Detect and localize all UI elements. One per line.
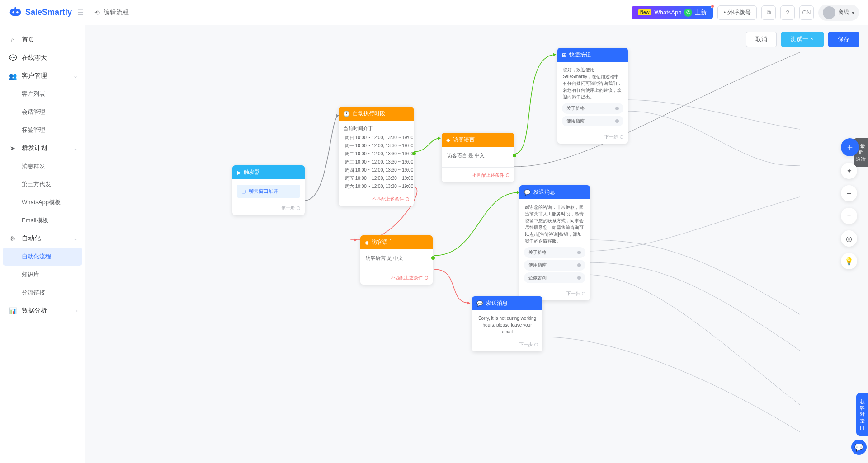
node-header: ⊞快捷按钮 xyxy=(557,48,628,62)
chevron-down-icon: ⌄ xyxy=(73,235,78,242)
output-port[interactable] xyxy=(620,135,623,139)
message-icon: 💬 xyxy=(476,300,483,307)
whatsapp-banner[interactable]: New WhatsApp ✆ 上新 xyxy=(632,6,713,19)
svg-point-1 xyxy=(12,11,14,13)
brand-logo-text: SaleSmartly xyxy=(25,8,72,17)
play-icon: ▶ xyxy=(237,169,241,176)
chat-icon: 💬 xyxy=(9,54,16,61)
help-icon[interactable]: ? xyxy=(780,5,795,20)
svg-point-2 xyxy=(16,11,18,13)
user-status[interactable]: 离线 ▾ xyxy=(818,5,859,21)
device-icon[interactable]: ⧉ xyxy=(761,5,776,20)
output-port[interactable] xyxy=(534,343,538,346)
send-icon: ➤ xyxy=(9,145,16,152)
sidebar-item-session-mgmt[interactable]: 会话管理 xyxy=(0,103,85,121)
idea-button[interactable]: 💡 xyxy=(841,253,857,269)
grid-icon: ⊞ xyxy=(562,52,566,58)
no-match-port[interactable] xyxy=(506,173,509,177)
no-match-port[interactable] xyxy=(425,276,428,280)
sidebar-item-route-link[interactable]: 分流链接 xyxy=(0,284,85,302)
node-header: 💬发送消息 xyxy=(519,185,590,199)
flow-canvas[interactable]: 取消 测试一下 保存 ▶触发器 ▢聊天窗口展开 第一步 🕐自动执行时段 当前时间… xyxy=(85,25,868,463)
message-icon: 💬 xyxy=(524,189,531,196)
tag-icon: ◆ xyxy=(446,137,450,143)
magic-wand-button[interactable]: ✦ xyxy=(841,163,857,179)
clock-icon: 🕐 xyxy=(343,111,350,117)
svg-rect-3 xyxy=(14,7,16,9)
option-wecom[interactable]: 企微咨询 xyxy=(524,272,585,283)
sidebar-item-chat[interactable]: 💬在线聊天 xyxy=(0,49,85,67)
option-guide[interactable]: 使用指南 xyxy=(562,116,623,126)
sidebar-item-data-analysis[interactable]: 📊数据分析› xyxy=(0,302,85,320)
node-header: ◆访客语言 xyxy=(360,235,433,249)
option-guide[interactable]: 使用指南 xyxy=(524,260,585,271)
output-port[interactable] xyxy=(582,292,585,295)
chevron-down-icon: ⌄ xyxy=(73,145,78,151)
outbound-dial-button[interactable]: • 外呼拨号 xyxy=(717,5,757,20)
notification-dot xyxy=(711,5,714,8)
no-match-port[interactable] xyxy=(406,197,409,201)
add-node-button[interactable]: ＋ xyxy=(841,138,859,156)
match-port[interactable] xyxy=(412,152,416,155)
new-tag: New xyxy=(638,9,652,15)
tag-icon: ◆ xyxy=(365,239,369,246)
save-button[interactable]: 保存 xyxy=(828,32,859,47)
node-visitor-lang-2[interactable]: ◆访客语言 访客语言 是 中文 不匹配上述条件 xyxy=(360,235,433,285)
language-toggle[interactable]: CN xyxy=(799,5,814,20)
svg-rect-0 xyxy=(10,9,21,16)
sidebar-item-whatsapp-template[interactable]: WhatsApp模板 xyxy=(0,193,85,211)
match-port[interactable] xyxy=(431,256,435,260)
node-header: 🕐自动执行时段 xyxy=(339,107,414,121)
brand-logo-icon xyxy=(9,6,22,19)
sidebar-item-third-party[interactable]: 第三方代发 xyxy=(0,175,85,193)
connectors xyxy=(85,25,868,463)
sidebar-item-customer-list[interactable]: 客户列表 xyxy=(0,85,85,103)
chevron-right-icon: › xyxy=(76,308,78,314)
cancel-button[interactable]: 取消 xyxy=(746,32,777,47)
node-send-message-1[interactable]: 💬发送消息 感谢您的咨询，非常抱歉，因当前为非人工服务时段，恳请您留下您的联系方… xyxy=(519,185,590,300)
chevron-down-icon: ⌄ xyxy=(73,73,78,79)
sidebar-collapse-icon[interactable]: ☰ xyxy=(77,8,84,17)
option-price[interactable]: 关于价格 xyxy=(562,103,623,114)
sidebar-item-msg-broadcast[interactable]: 消息群发 xyxy=(0,157,85,175)
brand-logo[interactable]: SaleSmartly ☰ xyxy=(0,6,85,19)
zoom-in-button[interactable]: ＋ xyxy=(841,185,857,201)
sidebar-item-email-template[interactable]: Email模板 xyxy=(0,211,85,229)
sidebar-item-home[interactable]: ⌂首页 xyxy=(0,31,85,49)
consult-tab[interactable]: 获 客 对 接 口 xyxy=(856,393,868,436)
output-port[interactable] xyxy=(297,206,300,210)
trigger-chip[interactable]: ▢聊天窗口展开 xyxy=(237,185,300,198)
locate-button[interactable]: ◎ xyxy=(841,230,857,247)
node-schedule[interactable]: 🕐自动执行时段 当前时间介于 周日 10:00 ~ 12:00, 13:30 ~… xyxy=(339,107,414,206)
whatsapp-icon: ✆ xyxy=(684,9,692,17)
consult-button[interactable]: 💬 xyxy=(851,440,867,455)
node-header: ▶触发器 xyxy=(232,165,305,179)
node-trigger[interactable]: ▶触发器 ▢聊天窗口展开 第一步 xyxy=(232,165,305,215)
sidebar-item-broadcast[interactable]: ➤群发计划⌄ xyxy=(0,139,85,157)
analytics-icon: 📊 xyxy=(9,307,16,314)
window-icon: ▢ xyxy=(241,188,246,194)
node-header: ◆访客语言 xyxy=(442,133,514,147)
zoom-out-button[interactable]: － xyxy=(841,208,857,224)
page-title: 编辑流程 xyxy=(104,9,129,17)
users-icon: 👥 xyxy=(9,72,16,80)
node-header: 💬发送消息 xyxy=(472,296,542,310)
node-visitor-lang-1[interactable]: ◆访客语言 访客语言 是 中文 不匹配上述条件 xyxy=(442,133,514,182)
automation-icon: ⚙ xyxy=(9,235,16,242)
sidebar-item-tag-mgmt[interactable]: 标签管理 xyxy=(0,121,85,139)
sidebar-item-automation-flow[interactable]: 自动化流程 xyxy=(3,248,82,266)
node-send-message-2[interactable]: 💬发送消息 Sorry, it is not during working ho… xyxy=(472,296,542,351)
match-port[interactable] xyxy=(513,154,516,157)
sidebar-item-knowledge[interactable]: 知识库 xyxy=(0,266,85,284)
node-quick-buttons[interactable]: ⊞快捷按钮 您好，欢迎使用SaleSmartly，在使用过程中有任何疑问可随时咨… xyxy=(557,48,628,144)
sidebar-item-customer-mgmt[interactable]: 👥客户管理⌄ xyxy=(0,67,85,85)
test-button[interactable]: 测试一下 xyxy=(781,32,824,47)
home-icon: ⌂ xyxy=(9,36,16,43)
flow-edit-icon: ⟲ xyxy=(94,9,100,16)
avatar xyxy=(823,6,835,19)
sidebar-item-automation[interactable]: ⚙自动化⌄ xyxy=(0,229,85,248)
option-price[interactable]: 关于价格 xyxy=(524,247,585,258)
